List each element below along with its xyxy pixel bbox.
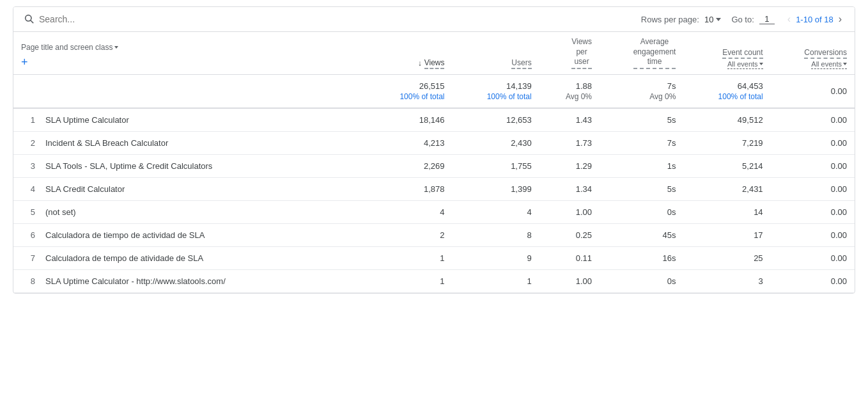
- page-range: 1-10 of 18: [796, 15, 833, 24]
- data-table: Page title and screen class + ↓ Views: [13, 32, 855, 293]
- page-col-label: Page title and screen class: [21, 43, 112, 52]
- row-views: 4,213: [365, 131, 452, 154]
- row-conversions: 0.00: [771, 223, 855, 246]
- row-users: 4: [452, 200, 539, 223]
- row-users: 1,755: [452, 154, 539, 177]
- row-page-cell: 2 Incident & SLA Breach Calculator: [13, 131, 365, 154]
- row-avg-engagement: 1s: [600, 154, 683, 177]
- sort-arrow-icon: ↓: [418, 59, 422, 68]
- table-row: 5 (not set) 4 4 1.00 0s 14 0.00: [13, 200, 855, 223]
- row-conversions: 0.00: [771, 269, 855, 292]
- row-conversions: 0.00: [771, 131, 855, 154]
- search-bar: Rows per page: 10 Go to: ‹ 1-10 of 18 ›: [13, 7, 855, 32]
- rows-value: 10: [704, 15, 713, 24]
- table-header-row: Page title and screen class + ↓ Views: [13, 32, 855, 74]
- event-count-col-label: Event count: [722, 48, 763, 59]
- table-row: 4 SLA Credit Calculator 1,878 1,399 1.34…: [13, 177, 855, 200]
- page-col-dropdown[interactable]: Page title and screen class: [21, 43, 118, 52]
- col-header-views: ↓ Views: [365, 32, 452, 74]
- row-views-per-user: 0.11: [539, 246, 600, 269]
- row-users: 8: [452, 223, 539, 246]
- row-number: 6: [21, 230, 40, 240]
- row-page-cell: 5 (not set): [13, 200, 365, 223]
- row-views: 4: [365, 200, 452, 223]
- col-header-views-per-user: Views per user: [539, 32, 600, 74]
- row-page-cell: 6 Calculadora de tiempo de actividad de …: [13, 223, 365, 246]
- row-page-cell: 7 Calculadora de tempo de atividade de S…: [13, 246, 365, 269]
- page-col-dropdown-arrow: [114, 46, 118, 49]
- row-number: 8: [21, 276, 40, 286]
- svg-line-1: [31, 20, 33, 23]
- row-event-count: 5,214: [683, 154, 770, 177]
- row-views-per-user: 1.00: [539, 200, 600, 223]
- rows-per-page-label: Rows per page:: [641, 15, 699, 24]
- users-col-label: Users: [511, 58, 531, 69]
- row-avg-engagement: 45s: [600, 223, 683, 246]
- row-views-per-user: 0.25: [539, 223, 600, 246]
- row-conversions: 0.00: [771, 177, 855, 200]
- row-page-title: (not set): [45, 207, 76, 217]
- rows-per-page-select[interactable]: 10: [704, 15, 721, 24]
- row-number: 4: [21, 184, 40, 194]
- goto-label: Go to:: [731, 15, 754, 24]
- goto-input[interactable]: [759, 14, 775, 24]
- row-views: 2,269: [365, 154, 452, 177]
- views-col-label: ↓ Views: [418, 58, 445, 69]
- row-page-cell: 8 SLA Uptime Calculator - http://www.sla…: [13, 269, 365, 292]
- row-conversions: 0.00: [771, 200, 855, 223]
- row-users: 1: [452, 269, 539, 292]
- next-page-button[interactable]: ›: [836, 12, 844, 26]
- row-event-count: 17: [683, 223, 770, 246]
- col-header-event-count: Event count All events: [683, 32, 770, 74]
- page-nav: ‹ 1-10 of 18 ›: [785, 12, 844, 26]
- row-page-cell: 1 SLA Uptime Calculator: [13, 108, 365, 132]
- row-views-per-user: 1.00: [539, 269, 600, 292]
- totals-users: 14,139 100% of total: [452, 74, 539, 108]
- row-views-per-user: 1.73: [539, 131, 600, 154]
- row-page-title: Incident & SLA Breach Calculator: [45, 138, 168, 148]
- totals-event-count: 64,453 100% of total: [683, 74, 770, 108]
- row-number: 2: [21, 138, 40, 148]
- table-row: 2 Incident & SLA Breach Calculator 4,213…: [13, 131, 855, 154]
- add-dimension-button[interactable]: +: [21, 56, 28, 69]
- row-conversions: 0.00: [771, 154, 855, 177]
- row-page-title: Calculadora de tiempo de actividad de SL…: [45, 230, 205, 240]
- conversions-filter[interactable]: All events: [811, 60, 847, 69]
- row-conversions: 0.00: [771, 108, 855, 132]
- row-views: 1: [365, 246, 452, 269]
- totals-views: 26,515 100% of total: [365, 74, 452, 108]
- conversions-col-label: Conversions: [804, 48, 847, 59]
- row-avg-engagement: 5s: [600, 177, 683, 200]
- row-event-count: 14: [683, 200, 770, 223]
- row-views-per-user: 1.29: [539, 154, 600, 177]
- table-row: 3 SLA Tools - SLA, Uptime & Credit Calcu…: [13, 154, 855, 177]
- row-users: 2,430: [452, 131, 539, 154]
- col-header-page: Page title and screen class +: [13, 32, 365, 74]
- row-event-count: 49,512: [683, 108, 770, 132]
- row-number: 1: [21, 115, 40, 125]
- table-row: 7 Calculadora de tempo de atividade de S…: [13, 246, 855, 269]
- search-input[interactable]: [39, 14, 641, 24]
- totals-page-cell: [13, 74, 365, 108]
- col-header-users: Users: [452, 32, 539, 74]
- row-views: 1: [365, 269, 452, 292]
- rows-dropdown-icon: [716, 18, 721, 21]
- row-number: 7: [21, 253, 40, 263]
- row-users: 12,653: [452, 108, 539, 132]
- pagination-area: Rows per page: 10 Go to: ‹ 1-10 of 18 ›: [641, 12, 844, 26]
- row-page-title: SLA Credit Calculator: [45, 184, 125, 194]
- event-count-filter[interactable]: All events: [727, 60, 763, 69]
- row-page-cell: 4 SLA Credit Calculator: [13, 177, 365, 200]
- col-header-avg-engagement: Average engagement time: [600, 32, 683, 74]
- row-views: 2: [365, 223, 452, 246]
- table-row: 1 SLA Uptime Calculator 18,146 12,653 1.…: [13, 108, 855, 132]
- row-users: 1,399: [452, 177, 539, 200]
- row-avg-engagement: 0s: [600, 200, 683, 223]
- row-avg-engagement: 7s: [600, 131, 683, 154]
- prev-page-button[interactable]: ‹: [785, 12, 793, 26]
- row-page-title: SLA Uptime Calculator - http://www.slato…: [45, 276, 226, 286]
- event-count-dropdown-icon: [759, 63, 763, 65]
- row-event-count: 2,431: [683, 177, 770, 200]
- table-body: 1 SLA Uptime Calculator 18,146 12,653 1.…: [13, 108, 855, 293]
- row-page-title: Calculadora de tempo de atividade de SLA: [45, 253, 203, 263]
